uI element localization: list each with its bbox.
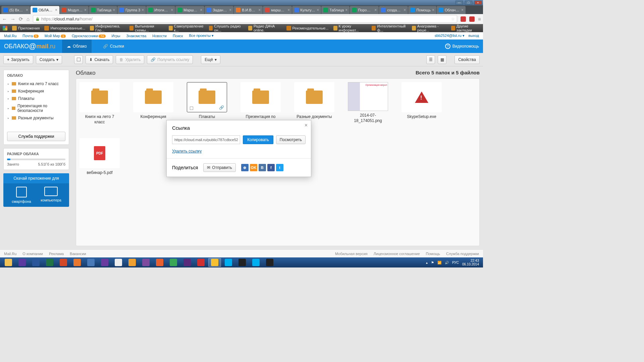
- maximize-button[interactable]: □: [465, 1, 472, 5]
- tray-flag-icon[interactable]: ⚑: [431, 261, 434, 264]
- nav-home-icon[interactable]: ⌂: [26, 16, 30, 22]
- tab-close-icon[interactable]: ×: [142, 8, 144, 12]
- tab-close-icon[interactable]: ×: [26, 8, 28, 12]
- taskbar-app[interactable]: [195, 258, 207, 267]
- portal-link[interactable]: Игры: [112, 34, 120, 38]
- taskbar-app[interactable]: [167, 258, 180, 267]
- tab-close-icon[interactable]: ×: [55, 8, 57, 12]
- close-icon[interactable]: ×: [305, 122, 308, 128]
- view-list-button[interactable]: ☰: [426, 55, 435, 64]
- footer-link[interactable]: Помощь: [426, 252, 440, 256]
- file-item[interactable]: Книги на лето 7 класс: [79, 82, 120, 125]
- tray-network-icon[interactable]: 📶: [437, 261, 441, 264]
- browser-tab[interactable]: создание×: [379, 6, 408, 14]
- social-share-button[interactable]: t: [276, 164, 283, 171]
- sidebar-folder[interactable]: Разные документы: [7, 114, 65, 122]
- browser-tab[interactable]: В.И.Верна×: [234, 6, 263, 14]
- browser-tab[interactable]: Таблица×: [321, 6, 350, 14]
- browser-tab[interactable]: Модули к×: [60, 6, 89, 14]
- tab-close-icon[interactable]: ×: [374, 8, 377, 12]
- link-input[interactable]: [172, 135, 240, 144]
- taskbar-app[interactable]: [98, 258, 111, 267]
- browser-tab[interactable]: Порошин×: [350, 6, 379, 14]
- delete-link[interactable]: Удалить ссылку: [172, 149, 202, 154]
- file-item[interactable]: Конференция: [133, 82, 173, 125]
- portal-link[interactable]: Новости: [152, 34, 167, 38]
- taskbar-app[interactable]: [85, 258, 97, 267]
- file-item[interactable]: PDFвебинар-5.pdf: [79, 138, 120, 176]
- taskbar-app[interactable]: [153, 258, 166, 267]
- tab-close-icon[interactable]: ×: [345, 8, 347, 12]
- taskbar-app[interactable]: [236, 258, 249, 267]
- taskbar-app[interactable]: [57, 258, 70, 267]
- file-item[interactable]: 2014-07-18_174051.png: [348, 82, 388, 125]
- taskbar-app[interactable]: [126, 258, 139, 267]
- portal-link[interactable]: Mail.Ru: [4, 34, 16, 38]
- copy-button[interactable]: Копировать: [243, 135, 273, 144]
- browser-tab[interactable]: маршрут×: [263, 6, 292, 14]
- portal-link[interactable]: Знакомства: [126, 34, 146, 38]
- taskbar-app[interactable]: [208, 258, 221, 267]
- taskbar-app[interactable]: [112, 258, 125, 267]
- file-item[interactable]: 🔗 Плакаты: [187, 82, 227, 125]
- sidebar-folder[interactable]: Конференция: [7, 87, 65, 95]
- file-item[interactable]: Презентация по безопасности: [240, 82, 281, 125]
- bookmark-item[interactable]: Вытынанки схемы...: [129, 24, 164, 32]
- browser-tab[interactable]: Культурн×: [292, 6, 321, 14]
- cloud-logo[interactable]: ОБЛАКО@mail.ru: [4, 42, 55, 51]
- tray-volume-icon[interactable]: 🔊: [445, 261, 449, 264]
- taskbar-app[interactable]: [250, 258, 262, 267]
- address-bar[interactable]: https://cloud.mail.ru/home/ ☆: [33, 15, 457, 23]
- portal-link[interactable]: Все проекты ▾: [189, 34, 213, 38]
- video-help-button[interactable]: ? Видеопомощь: [445, 44, 479, 49]
- social-share-button[interactable]: f: [267, 164, 275, 171]
- promo-computer[interactable]: компьютера: [36, 187, 66, 203]
- tab-cloud[interactable]: ☁Облако: [62, 40, 91, 53]
- footer-link[interactable]: Служба поддержки: [446, 252, 479, 256]
- footer-link[interactable]: Мобильная версия: [335, 252, 368, 256]
- extension-icon[interactable]: [461, 16, 466, 22]
- tab-close-icon[interactable]: ×: [113, 8, 115, 12]
- view-grid-button[interactable]: ▦: [438, 55, 446, 64]
- bookmark-item[interactable]: Интеллигентный ф...: [372, 24, 407, 32]
- file-item[interactable]: SkypeSetup.exe: [401, 82, 442, 125]
- tab-links[interactable]: 🔗Ссылки: [98, 40, 129, 53]
- menu-icon[interactable]: ≡: [478, 16, 481, 22]
- user-email[interactable]: sbb2524@list.ru ▾: [435, 34, 465, 38]
- bookmark-item[interactable]: Рекомендательные...: [286, 26, 329, 31]
- tray-lang[interactable]: РУС: [452, 261, 459, 264]
- taskbar-app[interactable]: [140, 258, 152, 267]
- sidebar-folder[interactable]: Презентация по безопасности: [7, 102, 65, 114]
- properties-button[interactable]: Свойства: [454, 55, 480, 64]
- portal-link[interactable]: Одноклассники74: [72, 34, 106, 38]
- bookmark-item[interactable]: Самоуправление к...: [169, 24, 204, 32]
- more-button[interactable]: Ещё▾: [201, 55, 220, 64]
- logout-link[interactable]: выход: [469, 34, 479, 38]
- taskbar-app[interactable]: [30, 258, 42, 267]
- tab-close-icon[interactable]: ×: [171, 8, 173, 12]
- bookmark-item[interactable]: Радио ДАЧА online.: [248, 24, 281, 32]
- adblock-icon[interactable]: [469, 16, 475, 22]
- nav-reload-icon[interactable]: ⟳: [19, 16, 23, 22]
- bookmark-item[interactable]: Анаграмма - реше...: [412, 24, 446, 32]
- get-link-button[interactable]: 🔗Получить ссылку: [147, 55, 193, 64]
- taskbar-app[interactable]: [16, 258, 29, 267]
- star-icon[interactable]: ☆: [451, 17, 455, 21]
- social-share-button[interactable]: B: [259, 164, 266, 171]
- tab-close-icon[interactable]: ×: [461, 8, 464, 12]
- sidebar-folder[interactable]: Книги на лето 7 класс: [7, 80, 65, 87]
- browser-tab[interactable]: Маршрут×: [175, 6, 204, 14]
- send-button[interactable]: ✉Отправить: [203, 163, 236, 172]
- tray-chevron-icon[interactable]: ▴: [426, 261, 428, 264]
- taskbar-app[interactable]: [43, 258, 56, 267]
- nav-back-icon[interactable]: ←: [2, 16, 7, 22]
- tab-close-icon[interactable]: ×: [287, 8, 290, 12]
- bookmark-item[interactable]: Информатика. Гло...: [90, 24, 125, 32]
- browser-tab[interactable]: ОБЛАКО×: [31, 6, 59, 14]
- browser-tab[interactable]: Итоги_ М×: [146, 6, 175, 14]
- bookmark-item[interactable]: К уроку информат...: [333, 24, 367, 32]
- taskbar-app[interactable]: [2, 258, 15, 267]
- bookmark-item[interactable]: Другие закладки: [451, 24, 480, 32]
- browser-tab[interactable]: (5) Входя×: [1, 6, 30, 14]
- tab-close-icon[interactable]: ×: [229, 8, 231, 12]
